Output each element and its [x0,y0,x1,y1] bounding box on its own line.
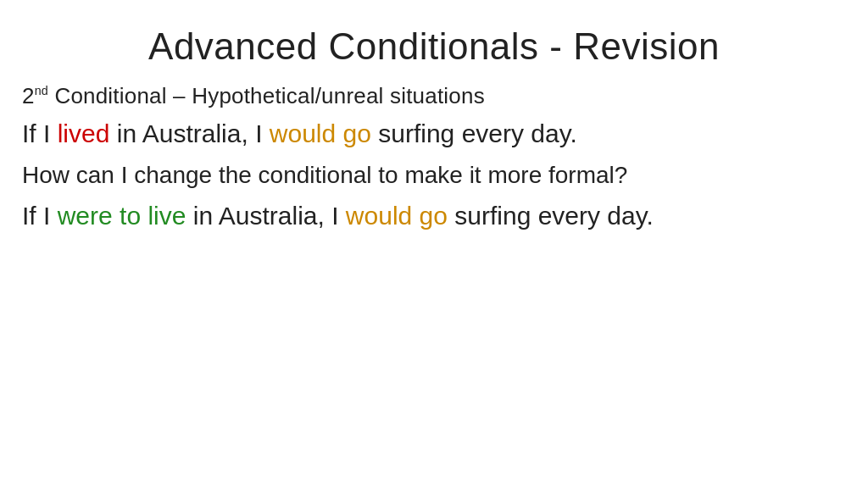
sentence1-would-go: would go [270,119,371,147]
slide-title: Advanced Conditionals - Revision [22,25,846,68]
sentence1-lived: lived [58,119,110,147]
sentence-1: If I lived in Australia, I would go surf… [22,116,846,152]
sentence1-part3: surfing every day. [371,119,577,147]
sentence1-part2: in Australia, I [109,119,269,147]
subtitle-text: Conditional – Hypothetical/unreal situat… [48,83,485,108]
sentence2-part1: If I [22,202,58,230]
sentence2-were-to-live: were to live [58,202,186,230]
subtitle-superscript: nd [35,84,48,97]
slide: Advanced Conditionals - Revision 2nd Con… [0,0,868,488]
question: How can I change the conditional to make… [22,158,846,191]
subtitle-prefix: 2 [22,83,35,108]
subtitle: 2nd Conditional – Hypothetical/unreal si… [22,83,846,109]
sentence2-part3: surfing every day. [448,202,654,230]
sentence-2: If I were to live in Australia, I would … [22,198,846,234]
sentence2-would-go: would go [346,202,448,230]
sentence2-part2: in Australia, I [186,202,345,230]
sentence1-part1: If I [22,119,58,147]
